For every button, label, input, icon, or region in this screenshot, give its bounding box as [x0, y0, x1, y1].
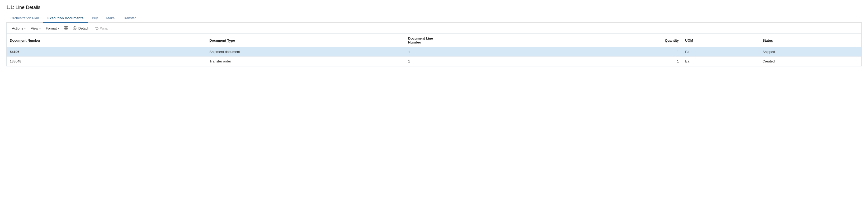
tab-orchestration-plan[interactable]: Orchestration Plan: [6, 14, 43, 23]
table-row[interactable]: 133048 Transfer order 1 1 Ea Created: [7, 57, 861, 66]
grid-view-button[interactable]: [62, 25, 70, 31]
format-label: Format: [46, 26, 57, 30]
wrap-icon: [94, 26, 99, 30]
tab-transfer[interactable]: Transfer: [119, 14, 140, 23]
svg-rect-0: [64, 26, 66, 28]
detach-icon: [73, 26, 77, 30]
view-chevron-icon: ▾: [39, 27, 41, 30]
cell-uom: Ea: [682, 57, 759, 66]
svg-rect-1: [66, 26, 68, 28]
col-header-uom: UOM: [682, 34, 759, 47]
svg-rect-2: [64, 29, 66, 30]
cell-doc-type: Shipment document: [206, 47, 405, 57]
table-header-row: Document Number Document Type Document L…: [7, 34, 861, 47]
execution-documents-table-container: Actions ▾ View ▾ Format ▾ De: [6, 23, 862, 66]
col-header-status: Status: [759, 34, 861, 47]
tab-buy[interactable]: Buy: [88, 14, 102, 23]
cell-doc-type: Transfer order: [206, 57, 405, 66]
col-header-doc-number: Document Number: [7, 34, 206, 47]
actions-button[interactable]: Actions ▾: [10, 25, 28, 31]
detach-label: Detach: [79, 26, 89, 30]
svg-rect-3: [66, 29, 68, 30]
col-header-quantity: Quantity: [573, 34, 682, 47]
tab-execution-documents[interactable]: Execution Documents: [43, 14, 88, 23]
cell-doc-line-number: 1: [405, 47, 573, 57]
cell-uom: Ea: [682, 47, 759, 57]
cell-doc-number: 54196: [7, 47, 206, 57]
format-chevron-icon: ▾: [58, 27, 59, 30]
col-header-doc-line-number: Document LineNumber: [405, 34, 573, 47]
cell-quantity: 1: [573, 47, 682, 57]
tab-bar: Orchestration Plan Execution Documents B…: [6, 14, 862, 23]
detach-button[interactable]: Detach: [71, 25, 91, 31]
grid-icon: [64, 26, 68, 30]
svg-rect-5: [74, 27, 77, 29]
cell-status: Created: [759, 57, 861, 66]
col-header-doc-type: Document Type: [206, 34, 405, 47]
toolbar: Actions ▾ View ▾ Format ▾ De: [7, 23, 861, 34]
wrap-button[interactable]: Wrap: [92, 25, 110, 31]
view-label: View: [31, 26, 38, 30]
page-title: 1.1: Line Details: [6, 5, 862, 10]
cell-doc-number: 133048: [7, 57, 206, 66]
format-button[interactable]: Format ▾: [44, 25, 61, 31]
actions-label: Actions: [12, 26, 23, 30]
actions-chevron-icon: ▾: [24, 27, 26, 30]
cell-quantity: 1: [573, 57, 682, 66]
view-button[interactable]: View ▾: [29, 25, 43, 31]
table-row[interactable]: 54196 Shipment document 1 1 Ea Shipped: [7, 47, 861, 57]
cell-doc-line-number: 1: [405, 57, 573, 66]
wrap-label: Wrap: [100, 26, 108, 30]
data-table: Document Number Document Type Document L…: [7, 34, 861, 66]
cell-status: Shipped: [759, 47, 861, 57]
tab-make[interactable]: Make: [102, 14, 119, 23]
